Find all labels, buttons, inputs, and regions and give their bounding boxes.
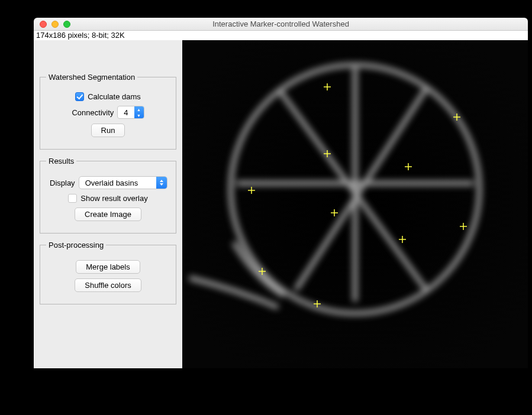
create-image-button[interactable]: Create Image	[75, 208, 141, 221]
titlebar: Interactive Marker-controlled Watershed	[34, 18, 528, 31]
run-button[interactable]: Run	[91, 124, 125, 137]
group-watershed-legend: Watershed Segmentation	[46, 73, 137, 82]
group-watershed: Watershed Segmentation Calculate dams Co…	[40, 73, 176, 150]
group-results-legend: Results	[46, 157, 76, 166]
chevron-updown-icon	[156, 177, 167, 189]
display-value: Overlaid basins	[79, 179, 156, 187]
image-canvas[interactable]	[182, 40, 528, 368]
shuffle-colors-button[interactable]: Shuffle colors	[75, 278, 141, 292]
calculate-dams-checkbox[interactable]	[75, 92, 84, 101]
show-overlay-label: Show result overlay	[80, 194, 147, 203]
group-post-legend: Post-processing	[46, 241, 106, 249]
connectivity-label: Connectivity	[72, 108, 114, 117]
show-overlay-checkbox[interactable]	[68, 194, 77, 203]
image-info-strip: 174x186 pixels; 8-bit; 32K	[34, 31, 528, 40]
control-panel: Watershed Segmentation Calculate dams Co…	[34, 40, 182, 368]
display-label: Display	[50, 179, 75, 187]
stepper-arrows-icon[interactable]: ▲▼	[134, 106, 144, 118]
display-select[interactable]: Overlaid basins	[79, 176, 167, 189]
calculate-dams-label: Calculate dams	[88, 92, 141, 101]
group-postprocessing: Post-processing Merge labels Shuffle col…	[40, 241, 176, 304]
connectivity-value: 4	[118, 108, 134, 117]
window-title: Interactive Marker-controlled Watershed	[34, 20, 528, 28]
merge-labels-button[interactable]: Merge labels	[76, 260, 140, 274]
group-results: Results Display Overlaid basins Show res…	[40, 157, 176, 234]
connectivity-stepper[interactable]: 4 ▲▼	[117, 106, 144, 119]
